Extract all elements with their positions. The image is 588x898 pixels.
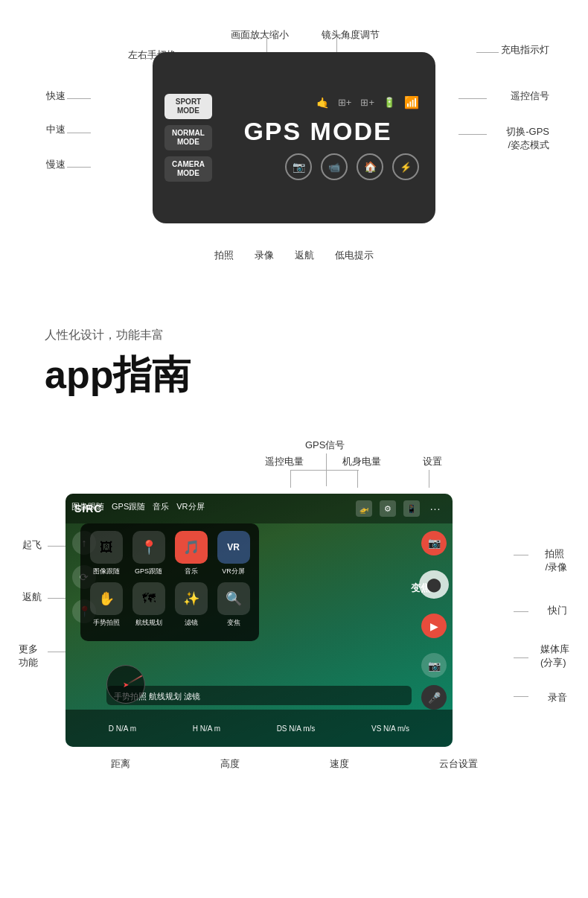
vr-label: VR分屏	[222, 567, 245, 576]
camera-mode-button[interactable]: CAMERAMODE	[164, 156, 212, 182]
conn-paizhao	[514, 555, 528, 555]
app-feature-bar: 图像跟随 GPS跟随 音乐 VR分屏	[65, 501, 453, 512]
feature-label-3: VR分屏	[176, 501, 204, 512]
ann-meiti: 媒体库(分享)	[540, 643, 569, 669]
conn-meiti	[514, 657, 528, 658]
app-right-sidebar: 📷 ⬤ ▶ 📷 🎤	[415, 523, 453, 710]
conn-kuaimen	[514, 611, 528, 612]
app-section: GPS信号 遥控电量 机身电量 设置 起飞 返航 更多功能 拍照/录像 快门 媒…	[0, 439, 588, 800]
conn-line-chongdian	[476, 52, 499, 53]
music-label: 音乐	[185, 567, 198, 576]
sport-mode-button[interactable]: SPORTMODE	[164, 94, 212, 119]
conn-line-yaokong	[458, 98, 487, 99]
vr-icon: VR	[217, 531, 250, 564]
route-label: 航线规划	[135, 618, 162, 628]
stat-ds: DS N/A m/s	[277, 725, 316, 733]
annotation-chongdian: 充电指示灯	[501, 43, 549, 57]
gesture-bar: 手势拍照 航线规划 滤镜	[106, 686, 412, 705]
ann-kuaimen: 快门	[548, 604, 567, 617]
popup-item-filter[interactable]: ✨ 滤镜	[173, 582, 209, 628]
conn-line-qiehuan	[458, 134, 487, 135]
ann-shezhi: 设置	[423, 455, 442, 468]
camera-icon: 📷	[285, 153, 312, 180]
radar-circle: ➤	[106, 665, 145, 704]
stat-vs: VS N/A m/s	[371, 725, 409, 733]
shutter-button[interactable]: ⬤	[419, 570, 449, 599]
app-screenshot-container: 起飞 返航 更多功能 拍照/录像 快门 媒体库(分享) 录音 SiRC 🚁 ⚙ …	[15, 494, 573, 771]
popup-item-zoom[interactable]: 🔍 变焦	[215, 582, 252, 628]
app-radar: ➤	[106, 665, 145, 704]
remote-control-box: SPORTMODE NORMALMODE CAMERAMODE 🤙 ⊞+ ⊞+ …	[153, 52, 435, 223]
ann-fanhang: 返航	[22, 590, 42, 604]
image-track-icon: 🖼	[90, 531, 123, 564]
normal-mode-button[interactable]: NORMALMODE	[164, 125, 212, 150]
popup-item-image-track[interactable]: 🖼 图像跟随	[88, 531, 124, 576]
ann-juli: 距离	[111, 757, 130, 771]
angle-icon: ⊞+	[360, 97, 374, 108]
conn-gengduo	[48, 652, 65, 652]
popup-item-gesture[interactable]: ✋ 手势拍照	[88, 582, 124, 628]
gesture-label: 手势拍照	[93, 618, 120, 628]
media-library-button[interactable]: ▶	[421, 614, 447, 638]
zoom-icon: ⊞+	[338, 97, 352, 108]
conn-js	[357, 470, 358, 488]
conn-line-huamian	[237, 37, 266, 38]
annotation-mansu: 慢速	[46, 158, 65, 171]
ann-gengduo: 更多功能	[19, 643, 38, 669]
ann-qifei: 起飞	[22, 538, 42, 552]
annotation-jietou: 镜头角度调节	[322, 28, 380, 42]
annotation-qiehuan: 切换-GPS/姿态模式	[506, 125, 549, 152]
gps-track-icon: 📍	[132, 531, 165, 564]
radar-arrow: ➤	[123, 681, 129, 689]
ann-luyin: 录音	[548, 691, 567, 704]
popup-item-gps-track[interactable]: 📍 GPS跟随	[130, 531, 167, 576]
annotation-kuaisu: 快速	[46, 89, 65, 103]
ann-paizhao: 拍照/录像	[545, 547, 567, 574]
popup-row-2: ✋ 手势拍照 🗺 航线规划 ✨ 滤镜 🔍 变焦	[88, 582, 252, 628]
middle-section: 人性化设计，功能丰富 app指南	[0, 283, 588, 439]
feature-label-0: 图像跟随	[71, 501, 104, 512]
app-top-annotation-area: GPS信号 遥控电量 机身电量 设置	[15, 439, 573, 491]
app-bottombar: D N/A m H N/A m DS N/A m/s VS N/A m/s	[65, 710, 453, 747]
main-title: app指南	[45, 349, 543, 401]
app-bottom-annotations: 距离 高度 速度 云台设置	[15, 757, 573, 771]
ann-sudu: 速度	[330, 757, 349, 771]
music-icon: 🎵	[175, 531, 208, 564]
return-icon: 🏠	[357, 153, 383, 180]
hand-icon: 🤙	[316, 97, 329, 109]
popup-row-1: 🖼 图像跟随 📍 GPS跟随 🎵 音乐 VR VR分屏	[88, 531, 252, 576]
popup-item-music[interactable]: 🎵 音乐	[173, 531, 209, 576]
conn-sz	[429, 470, 429, 488]
zoom-label: 变焦	[227, 618, 240, 628]
conn-fanhang	[48, 598, 65, 599]
conn-qifei	[48, 546, 65, 547]
zoom-icon: 🔍	[217, 582, 250, 615]
conn-line-jietou	[336, 37, 357, 38]
conn-luyin	[514, 696, 528, 697]
conn-h-mid	[290, 470, 359, 471]
popup-item-route[interactable]: 🗺 航线规划	[130, 582, 167, 628]
ann-gaodu: 高度	[220, 757, 240, 771]
video-icon: 📹	[321, 153, 348, 180]
filter-icon: ✨	[175, 582, 208, 615]
feature-label-1: GPS跟随	[112, 501, 145, 512]
stat-distance: D N/A m	[109, 725, 136, 733]
feature-label-2: 音乐	[153, 501, 169, 512]
stat-height: H N/A m	[193, 725, 220, 733]
ann-diandian: 低电提示	[335, 249, 374, 262]
subtitle: 人性化设计，功能丰富	[45, 328, 543, 343]
annotation-yaokong: 遥控信号	[511, 89, 549, 103]
app-popup-menu: 🖼 图像跟随 📍 GPS跟随 🎵 音乐 VR VR分屏	[80, 523, 259, 641]
camera-settings-btn[interactable]: 📷	[421, 653, 447, 678]
gesture-icon: ✋	[90, 582, 123, 615]
remote-top-icons: 🤙 ⊞+ ⊞+ 🔋 📶	[220, 95, 424, 109]
photo-video-toggle[interactable]: 📷	[421, 531, 447, 555]
remote-center: 🤙 ⊞+ ⊞+ 🔋 📶 GPS MODE 📷 📹 🏠	[220, 95, 424, 180]
ann-fanhang: 返航	[295, 249, 314, 262]
low-battery-icon: ⚡	[392, 153, 419, 180]
popup-item-vr[interactable]: VR VR分屏	[215, 531, 252, 576]
conn-yk	[290, 470, 291, 488]
battery-icon: 🔋	[383, 97, 395, 108]
microphone-btn[interactable]: 🎤	[421, 685, 447, 710]
ann-jishen-dianliang: 机身电量	[342, 455, 381, 468]
